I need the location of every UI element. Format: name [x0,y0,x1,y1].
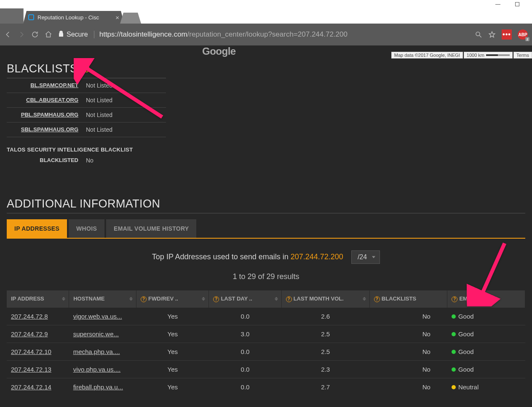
lock-icon [58,31,64,38]
talos-blacklist-title: TALOS SECURITY INTELLIGENCE BLACKLIST [7,146,166,153]
blacklists-section: BLACKLISTS ? BL.SPAMCOP.NETNot ListedCBL… [0,58,173,168]
table-cell: No [369,325,447,343]
table-cell: No [369,307,447,325]
blacklist-label[interactable]: BL.SPAMCOP.NET [7,82,86,89]
address-bar[interactable]: Secure https://talosintelligence.com/rep… [58,28,469,41]
tab-close-icon[interactable]: × [115,14,119,21]
help-icon[interactable]: ? [452,296,457,302]
tab-ip-addresses[interactable]: IP ADDRESSES [7,219,67,238]
sort-icon[interactable] [363,297,366,301]
ip-description: Top IP Addresses used to send emails in … [7,250,525,264]
incognito-indicator [0,8,24,24]
blacklist-label[interactable]: PBL.SPAMHAUS.ORG [7,112,86,118]
back-button[interactable] [4,31,12,38]
table-cell[interactable]: vigor.web.va.us... [69,307,136,325]
table-cell[interactable]: 207.244.72.10 [7,343,69,360]
help-icon[interactable]: ? [374,296,380,302]
blacklist-row: PBL.SPAMHAUS.ORGNot Listed [7,108,166,122]
reputation-dot-icon [452,314,456,319]
table-header-row: IP ADDRESSHOSTNAME?FWD/REV ..?LAST DAY .… [7,290,525,307]
google-wordmark: Google [202,45,236,57]
map-credits: Map data ©2017 Google, INEGI [391,52,463,59]
reputation-dot-icon [452,350,456,354]
table-cell[interactable]: 207.244.72.13 [7,360,69,378]
table-cell[interactable]: 207.244.72.14 [7,378,69,396]
help-icon[interactable]: ? [141,296,147,302]
help-icon[interactable]: ? [213,296,219,302]
column-header[interactable]: ?EMAIL REP. [447,290,525,307]
browser-tab[interactable]: Reputation Lookup - Cisc × [23,11,124,24]
reputation-dot-icon [452,367,456,372]
help-icon[interactable]: ? [286,296,292,302]
ip-table: IP ADDRESSHOSTNAME?FWD/REV ..?LAST DAY .… [7,290,525,396]
table-cell[interactable]: fireball.php.va.u... [69,378,136,396]
table-cell: 0.0 [209,343,281,360]
column-header[interactable]: ?LAST MONTH VOL. [281,290,369,307]
sort-icon[interactable] [62,297,65,301]
new-tab-button[interactable] [120,13,141,24]
column-header[interactable]: ?BLACKLISTS [369,290,447,307]
table-row: 207.244.72.9supersonic.we...Yes3.02.5NoG… [7,325,525,343]
reputation-cell: Good [447,307,525,325]
search-icon[interactable] [475,31,482,38]
help-icon[interactable]: ? [83,66,90,72]
reputation-dot-icon [452,332,456,336]
lastpass-extension-icon[interactable]: ••• [502,29,512,40]
forward-button[interactable] [18,31,25,38]
chevron-down-icon [372,256,375,258]
sort-icon[interactable] [129,297,133,301]
column-header[interactable]: ?LAST DAY .. [209,290,281,307]
table-cell: Yes [136,378,209,396]
blacklists-title: BLACKLISTS ? [7,62,166,75]
table-cell: 2.6 [281,307,369,325]
table-cell[interactable]: vivo.php.va.us.... [69,360,136,378]
talos-blacklist-row: BLACKLISTED No [7,153,166,168]
tab-whois[interactable]: WHOIS [69,219,104,238]
column-header[interactable]: ?FWD/REV .. [136,290,209,307]
sort-icon[interactable] [202,297,205,301]
bookmark-star-icon[interactable] [488,31,496,38]
tab-favicon-icon [28,14,34,20]
result-count: 1 to 29 of 29 results [7,272,525,281]
maximize-icon[interactable] [515,2,519,6]
blacklist-label[interactable]: SBL.SPAMHAUS.ORG [7,126,86,133]
map-terms-link[interactable]: Terms [513,52,532,59]
column-header[interactable]: HOSTNAME [69,290,136,307]
home-button[interactable] [45,31,52,38]
minimize-icon[interactable] [495,4,500,5]
table-cell[interactable]: 207.244.72.8 [7,307,69,325]
info-tabs: IP ADDRESSESWHOISEMAIL VOLUME HISTORY [7,219,525,239]
blacklist-label[interactable]: CBL.ABUSEAT.ORG [7,97,86,104]
abp-extension-icon[interactable]: ABP2 [518,29,528,40]
secure-label: Secure [67,31,88,38]
blacklist-value: Not Listed [86,112,112,118]
blacklists-table: BL.SPAMCOP.NETNot ListedCBL.ABUSEAT.ORGN… [7,78,166,137]
table-row: 207.244.72.8vigor.web.va.us...Yes0.02.6N… [7,307,525,325]
window-controls [0,0,532,8]
column-header[interactable]: IP ADDRESS [7,290,69,307]
blacklist-row: BL.SPAMCOP.NETNot Listed [7,78,166,93]
table-cell: 2.3 [281,360,369,378]
table-cell[interactable]: supersonic.we... [69,325,136,343]
blacklist-row: CBL.ABUSEAT.ORGNot Listed [7,93,166,108]
table-cell[interactable]: 207.244.72.9 [7,325,69,343]
additional-info-section: ADDITIONAL INFORMATION IP ADDRESSESWHOIS… [0,168,532,396]
ip-value: 207.244.72.200 [291,253,343,261]
sort-icon[interactable] [275,297,278,301]
table-row: 207.244.72.14fireball.php.va.u...Yes0.02… [7,378,525,396]
table-cell: Yes [136,325,209,343]
reload-button[interactable] [31,31,39,38]
tab-email-volume-history[interactable]: EMAIL VOLUME HISTORY [106,219,196,238]
table-cell: Yes [136,360,209,378]
table-cell: No [369,343,447,360]
secure-indicator[interactable]: Secure [58,31,94,38]
page-content: Google Map data ©2017 Google, INEGI 1000… [0,45,532,407]
reputation-cell: Good [447,360,525,378]
table-cell: 3.0 [209,325,281,343]
talos-blacklist-value: No [86,157,94,164]
table-row: 207.244.72.10mecha.php.va....Yes0.02.5No… [7,343,525,360]
table-cell[interactable]: mecha.php.va.... [69,343,136,360]
reputation-cell: Good [447,343,525,360]
talos-blacklist-label: BLACKLISTED [7,157,86,164]
cidr-select[interactable]: /24 [351,250,380,264]
